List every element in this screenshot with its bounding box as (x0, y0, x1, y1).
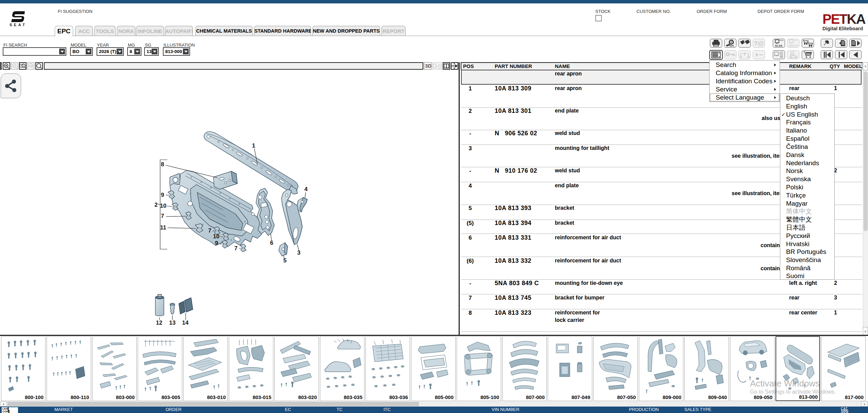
svg-text:ELSA: ELSA (775, 44, 783, 47)
svg-text:3: 3 (297, 249, 300, 256)
svg-text:11: 11 (160, 224, 166, 231)
svg-text:10: 10 (213, 233, 220, 240)
svg-text:5: 5 (283, 257, 286, 264)
svg-text:4: 4 (304, 186, 308, 192)
svg-text:SEAT: SEAT (10, 23, 27, 27)
svg-text:13: 13 (169, 320, 176, 326)
svg-text:?@: ?@ (754, 40, 764, 47)
svg-text:9: 9 (161, 192, 164, 198)
svg-text:7: 7 (234, 245, 237, 252)
svg-text:DEPOT: DEPOT (789, 44, 798, 47)
svg-text:12: 12 (156, 320, 163, 326)
svg-text:100%: 100% (29, 65, 35, 67)
svg-text:7: 7 (208, 227, 211, 234)
svg-text:8: 8 (161, 161, 164, 168)
svg-text:10: 10 (160, 203, 167, 209)
svg-text:6: 6 (270, 240, 273, 246)
svg-text:14: 14 (182, 320, 189, 326)
svg-text:9: 9 (215, 240, 218, 246)
svg-text:1: 1 (252, 142, 255, 149)
svg-text:2: 2 (154, 202, 157, 208)
svg-text:7: 7 (161, 213, 164, 219)
